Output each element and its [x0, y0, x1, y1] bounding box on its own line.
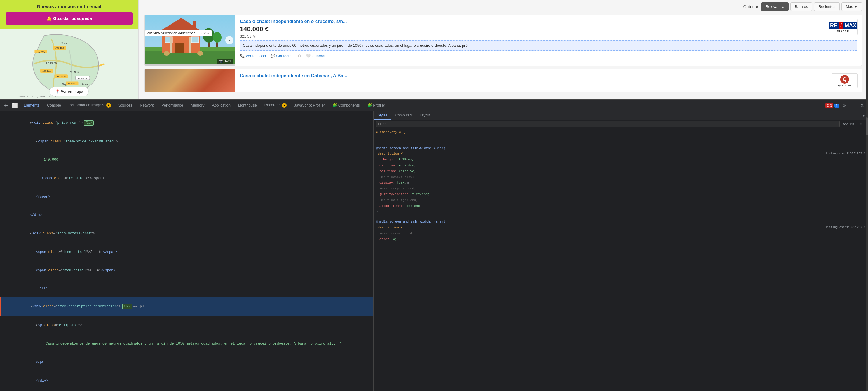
styles-panel: Styles Computed Layout » :hov .cls + ≡ ⊟: [374, 111, 868, 391]
guardar-link[interactable]: 🤍 Guardar: [306, 54, 326, 58]
listing-css-source-2: listing.css:118031237:1: [826, 225, 866, 230]
sort-relevancia-button[interactable]: Relevancia: [761, 2, 788, 11]
code-line-item-detail-char[interactable]: ▼<div class="item-detail-char">: [0, 224, 373, 243]
cls-filter-btn[interactable]: .cls: [849, 122, 854, 126]
svg-text:Cruz: Cruz: [60, 41, 67, 45]
sort-baratos-button[interactable]: Baratos: [790, 2, 812, 11]
error-count-badge: ⊘ 3: [825, 103, 833, 108]
code-line-ellipsis-p[interactable]: ▼<p class="ellipsis ">: [0, 316, 373, 335]
tab-memory[interactable]: Memory: [187, 101, 208, 110]
code-line-div-close-2[interactable]: </div>: [0, 371, 373, 390]
computed-view-icon[interactable]: ⊟: [863, 122, 866, 126]
listing-title-2-link[interactable]: Casa o chalet independiente en Cabanas, …: [240, 73, 857, 78]
media-query-1: @media screen and (min-width: 48rem): [376, 145, 866, 152]
ver-telefono-link[interactable]: 📞 Ver teléfono: [240, 54, 266, 58]
style-block-media-2: @media screen and (min-width: 48rem) .de…: [376, 219, 866, 244]
tab-application[interactable]: Application: [208, 101, 234, 110]
style-justify-content: justify-content: flex-end;: [376, 192, 866, 198]
style-overflow: overflow: ▶ hidden;: [376, 163, 866, 169]
description-selector-2: .description {: [376, 226, 403, 229]
style-rule-description-1: .description { listing.css:118031237:1: [376, 151, 866, 157]
contactar-link[interactable]: 💬 Contactar: [271, 54, 293, 58]
hov-filter-btn[interactable]: :hov: [841, 122, 847, 126]
code-line-span-close[interactable]: </span>: [0, 188, 373, 206]
flex-badge-description: flex: [122, 304, 132, 309]
quatrium-name: QUATRIUM: [838, 84, 851, 86]
style-rule-close: }: [376, 135, 866, 141]
settings-button[interactable]: ⚙: [840, 102, 848, 109]
sort-more-button[interactable]: Más ▼: [841, 2, 862, 11]
styles-filter-input[interactable]: [376, 121, 840, 127]
devtools-panel: ⬅ ⬜ Elements Console Performance insight…: [0, 99, 868, 391]
style-rule-close-1: }: [376, 209, 866, 215]
house-image-svg: [145, 15, 235, 64]
listing-card-2: Q QUATRIUM Casa o chalet independiente e…: [145, 69, 862, 92]
code-line-item-detail-m2[interactable]: <span class="item-detail">60 m²</span>: [0, 261, 373, 280]
tab-components[interactable]: 🧩 Components: [329, 101, 363, 110]
devtools-toolbar: ⬅ ⬜ Elements Console Performance insight…: [0, 100, 868, 111]
add-style-btn[interactable]: +: [856, 122, 858, 126]
device-toolbar-button[interactable]: ⬜: [10, 102, 20, 109]
code-line-item-toolbar[interactable]: ▶<div class="item-toolbar">…</div>flex: [0, 390, 373, 391]
profiler-emoji: 🧩: [368, 103, 372, 107]
style-ms-flex-pack: -ms-flex-pack: end;: [376, 186, 866, 192]
devtools-main: ▼<div class="price-row ">flex ▼<span cla…: [0, 111, 868, 391]
tab-recorder[interactable]: Recorder ▲: [261, 100, 290, 110]
svg-text:CP-0201: CP-0201: [78, 77, 87, 80]
svg-point-32: [213, 32, 221, 42]
code-line-description-text[interactable]: " Casa independiente de unos 60 metros c…: [0, 335, 373, 353]
code-line-li[interactable]: <li>: [0, 280, 373, 297]
code-line-div-close-1[interactable]: </div>: [0, 206, 373, 224]
tab-performance[interactable]: Performance: [158, 101, 186, 110]
badge-dimensions: 508×52: [197, 31, 209, 35]
email-banner-title: Nuevos anuncios en tu email: [6, 4, 132, 9]
tab-console[interactable]: Console: [43, 101, 64, 110]
tab-lighthouse[interactable]: Lighthouse: [235, 101, 260, 110]
listing-title-link[interactable]: Casa o chalet independiente en o cruceir…: [240, 19, 857, 24]
code-line-span-euro[interactable]: <span class="txt-big">€</span>: [0, 169, 373, 188]
style-order: order: 4;: [376, 237, 866, 242]
styles-content: element.style { } @media screen and (min…: [374, 128, 868, 391]
close-devtools-button[interactable]: ✕: [858, 102, 866, 109]
flex-icon[interactable]: ▦: [407, 181, 409, 185]
svg-text:AC-400: AC-400: [37, 50, 45, 53]
counter-icon: 📷: [219, 59, 223, 63]
inspect-element-button[interactable]: ⬅: [2, 102, 10, 109]
style-align-items: align-items: flex-end;: [376, 203, 866, 209]
code-line-item-price[interactable]: ▼<span class="item-price h2-simulated">: [0, 132, 373, 151]
tab-layout[interactable]: Layout: [415, 111, 434, 120]
code-line-p-close[interactable]: </p>: [0, 353, 373, 371]
svg-text:La Baña: La Baña: [46, 61, 57, 64]
code-line-item-detail-hab[interactable]: <span class="item-detail">2 hab.</span>: [0, 243, 373, 261]
tab-sources[interactable]: Sources: [115, 101, 136, 110]
tab-styles[interactable]: Styles: [374, 111, 392, 120]
svg-text:Google: Google: [18, 95, 25, 98]
code-line-price-text[interactable]: "140.000": [0, 151, 373, 169]
svg-text:AC-448: AC-448: [57, 75, 66, 78]
delete-link[interactable]: 🗑: [298, 54, 301, 58]
svg-rect-34: [189, 37, 191, 53]
styles-scrollbar[interactable]: [866, 111, 868, 391]
tab-js-profiler[interactable]: JavaScript Profiler: [291, 101, 328, 110]
tab-elements[interactable]: Elements: [20, 101, 43, 110]
list-view-icon[interactable]: ≡: [860, 122, 862, 126]
ver-en-mapa-button[interactable]: 📍 Ver en mapa: [50, 87, 89, 96]
elements-code-panel[interactable]: ▼<div class="price-row ">flex ▼<span cla…: [0, 111, 373, 391]
code-line-price-row[interactable]: ▼<div class="price-row ">flex: [0, 114, 373, 132]
listing-image-2: [145, 69, 235, 92]
sort-recientes-button[interactable]: Recientes: [814, 2, 840, 11]
scrollbar-thumb[interactable]: [866, 117, 868, 135]
more-options-button[interactable]: ⋮: [849, 102, 857, 109]
save-search-button[interactable]: 🔔 Guardar búsqueda: [6, 12, 132, 25]
tab-network[interactable]: Network: [136, 101, 157, 110]
image-next-button[interactable]: ›: [225, 36, 234, 44]
code-line-item-description-highlighted[interactable]: ▼<div class="item-description descriptio…: [0, 297, 373, 316]
email-banner: Nuevos anuncios en tu email 🔔 Guardar bú…: [0, 0, 138, 29]
tab-computed[interactable]: Computed: [392, 111, 415, 120]
tab-profiler[interactable]: 🧩 Profiler: [364, 101, 389, 110]
recorder-badge: ▲: [282, 103, 287, 108]
svg-point-36: [197, 51, 203, 56]
equals-dollar: == $0: [133, 304, 144, 308]
style-block-element: element.style { }: [376, 130, 866, 143]
tab-performance-insights[interactable]: Performance insights ▲: [65, 100, 115, 110]
